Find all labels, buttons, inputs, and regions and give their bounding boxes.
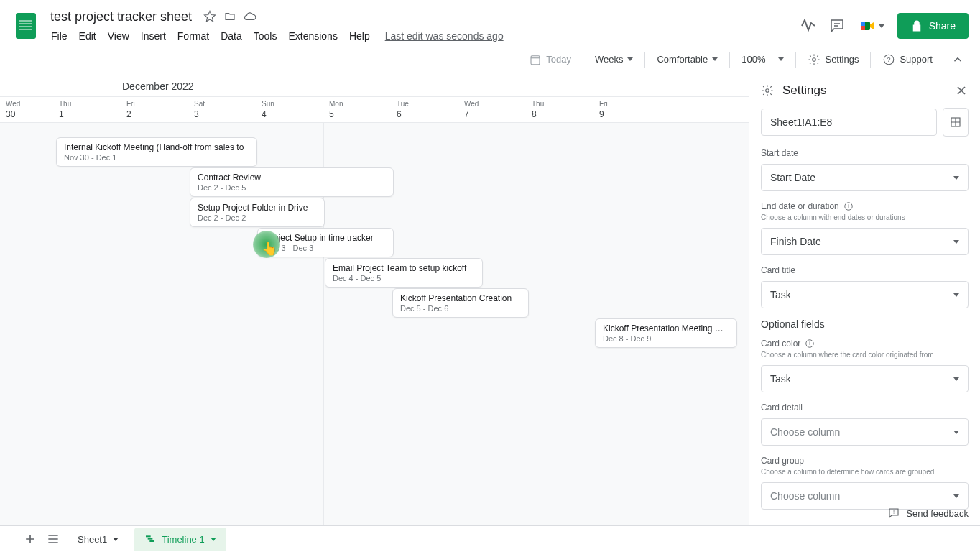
card-title: Setup Project Folder in Drive [198,203,317,213]
grid-icon [949,116,962,129]
card-title: Contract Review [198,172,386,183]
card-color-select[interactable]: Task [761,365,969,392]
card-title: Email Project Team to setup kickoff [333,263,475,273]
doc-info: test project tracker sheet File Edit Vie… [46,8,800,45]
menu-format[interactable]: Format [172,27,214,45]
weeks-dropdown[interactable]: Weeks [588,50,641,69]
timeline-card[interactable]: Kickoff Presentation CreationDec 5 - Dec… [392,288,529,318]
support-button[interactable]: ? Support [875,49,940,70]
svg-text:i: i [848,203,849,208]
menu-edit[interactable]: Edit [74,27,101,45]
menu-help[interactable]: Help [344,27,375,45]
sheets-logo[interactable] [11,12,40,40]
svg-text:?: ? [887,56,891,63]
card-detail-label: Card detail [761,402,969,413]
tab-sheet1[interactable]: Sheet1 [68,528,129,551]
top-bar: test project tracker sheet File Edit Vie… [0,0,980,46]
card-group-sublabel: Choose a column to determine how cards a… [761,467,969,477]
card-detail-select[interactable]: Choose column [761,418,969,446]
data-range-input[interactable] [761,109,937,136]
timeline-view: December 2022 Wed30 Thu1 Fri2 Sat3 Sun4 … [0,73,749,525]
svg-rect-15 [148,538,153,540]
card-title: Project Setup in time tracker [265,233,386,243]
cloud-icon[interactable] [244,10,256,23]
gear-icon [761,84,774,97]
comment-icon[interactable] [828,17,846,34]
timeline-body[interactable]: Internal Kickoff Meeting (Hand-off from … [0,123,749,525]
collapse-button[interactable] [944,49,971,70]
chevron-up-icon [951,53,964,66]
menu-data[interactable]: Data [216,27,247,45]
meet-button[interactable] [857,12,886,40]
day-header-row: Wed30 Thu1 Fri2 Sat3 Sun4 Mon5 Tue6 Wed7… [0,97,749,123]
card-date: Dec 4 - Dec 5 [333,274,475,282]
end-date-select[interactable]: Finish Date [761,228,969,255]
settings-panel: Settings Start date Start Date End date … [749,73,980,525]
calendar-icon [529,53,542,66]
optional-fields-header: Optional fields [761,318,969,330]
add-sheet-button[interactable] [22,530,39,548]
svg-text:i: i [810,341,810,346]
timeline-card[interactable]: Kickoff Presentation Meeting …Dec 8 - De… [595,318,737,348]
help-icon: ? [882,53,895,66]
card-title-label: Card title [761,265,969,275]
start-date-label: Start date [761,148,969,158]
timeline-card[interactable]: Email Project Team to setup kickoffDec 4… [325,258,483,288]
send-feedback-link[interactable]: ! Send feedback [887,507,969,520]
menu-file[interactable]: File [46,27,73,45]
card-group-label: Card group [761,456,969,466]
month-header: December 2022 [0,73,749,97]
zoom-dropdown[interactable]: 100% [734,50,791,69]
all-sheets-button[interactable] [45,530,62,548]
activity-icon[interactable] [800,17,817,34]
menu-tools[interactable]: Tools [249,27,282,45]
select-range-button[interactable] [943,108,969,137]
svg-rect-2 [861,26,865,30]
timeline-icon [144,533,156,545]
star-icon[interactable] [203,10,216,23]
close-icon[interactable] [954,83,969,98]
card-group-select[interactable]: Choose column [761,482,969,510]
svg-point-7 [766,89,769,93]
svg-rect-16 [150,540,155,542]
share-label: Share [929,20,956,32]
move-icon[interactable] [223,10,236,23]
card-date: Dec 2 - Dec 2 [198,213,317,222]
card-date: Dec 8 - Dec 9 [603,334,729,343]
doc-title[interactable]: test project tracker sheet [46,8,196,26]
menu-extensions[interactable]: Extensions [283,27,342,45]
info-icon[interactable]: i [805,339,815,349]
sheet-tabs: Sheet1 Timeline 1 [0,525,980,552]
menu-view[interactable]: View [103,27,134,45]
settings-title: Settings [782,83,946,98]
share-button[interactable]: Share [897,13,969,39]
card-title: Kickoff Presentation Creation [400,293,521,303]
settings-button[interactable]: Settings [800,49,866,70]
start-date-select[interactable]: Start Date [761,164,969,191]
svg-rect-3 [531,55,540,64]
card-color-sublabel: Choose a column where the card color ori… [761,350,969,359]
svg-point-4 [813,58,816,61]
menu-bar: File Edit View Insert Format Data Tools … [46,27,800,45]
timeline-card[interactable]: Setup Project Folder in DriveDec 2 - Dec… [190,198,325,227]
menu-insert[interactable]: Insert [136,27,171,45]
card-date: Dec 5 - Dec 6 [400,304,521,313]
timeline-card[interactable]: Contract ReviewDec 2 - Dec 5 [190,167,394,197]
info-icon[interactable]: i [843,201,854,211]
last-edit-link[interactable]: Last edit was seconds ago [385,30,504,42]
card-color-label: Card color i [761,339,969,349]
card-date: Dec 2 - Dec 5 [198,183,386,192]
svg-rect-14 [146,535,151,537]
end-date-sublabel: Choose a column with end dates or durati… [761,213,969,222]
card-title-select[interactable]: Task [761,281,969,308]
timeline-card[interactable]: Internal Kickoff Meeting (Hand-off from … [56,137,257,167]
card-date: Dec 3 - Dec 3 [265,244,386,252]
today-button[interactable]: Today [522,49,578,70]
feedback-icon: ! [887,507,900,520]
svg-text:!: ! [893,509,895,515]
end-date-label: End date or duration i [761,201,969,211]
tab-timeline1[interactable]: Timeline 1 [134,528,226,551]
gear-icon [808,53,820,66]
density-dropdown[interactable]: Comfortable [650,50,725,69]
cursor-pointer-icon: 👆 [262,241,277,257]
